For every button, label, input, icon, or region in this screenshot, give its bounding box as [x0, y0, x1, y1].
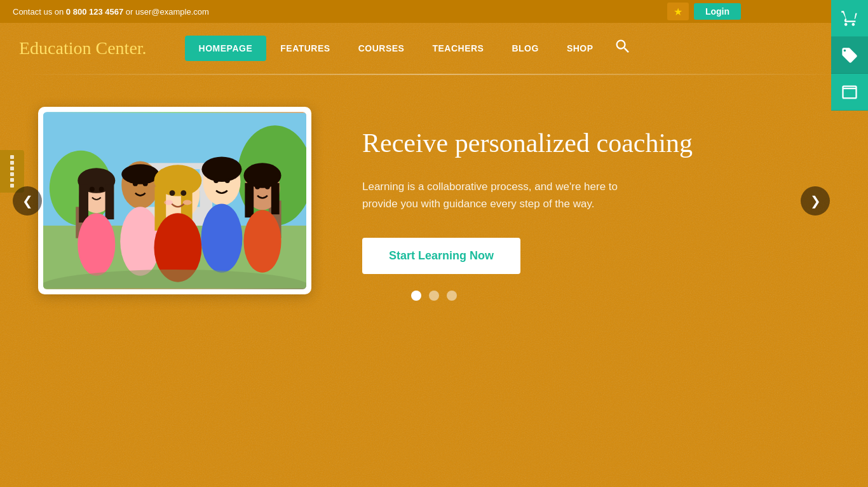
svg-point-24	[143, 181, 148, 186]
svg-point-43	[243, 210, 281, 273]
svg-point-23	[133, 181, 138, 186]
left-widget	[0, 150, 24, 193]
nav-shop[interactable]: SHOP	[553, 36, 607, 61]
svg-rect-42	[271, 183, 280, 214]
svg-point-32	[164, 200, 173, 205]
svg-rect-41	[245, 183, 254, 217]
main-nav: HOMEPAGE FEATURES COURSES TEACHERS BLOG …	[185, 36, 607, 61]
star-button[interactable]: ★	[667, 3, 689, 20]
hero-description: Learning is a collaborative process, and…	[362, 178, 648, 212]
login-button[interactable]: Login	[694, 3, 741, 20]
top-bar-actions: ★ Login	[667, 3, 741, 20]
hero-section: Receive personalized coaching Learning i…	[0, 81, 868, 320]
slide-dot-1[interactable]	[411, 291, 421, 301]
svg-rect-16	[105, 185, 114, 219]
contact-info: Contact us on 0 800 123 4567 or user@exa…	[13, 7, 209, 17]
widget-dot	[10, 184, 14, 188]
svg-point-35	[201, 157, 241, 182]
widget-dot	[10, 178, 14, 182]
header: Education Center. HOMEPAGE FEATURES COUR…	[0, 23, 868, 74]
nav-blog[interactable]: BLOG	[498, 36, 552, 61]
cart-panel-icon[interactable]	[831, 0, 868, 37]
email-link[interactable]: user@example.com	[135, 7, 209, 17]
svg-point-33	[183, 200, 192, 205]
hero-image-container	[38, 107, 311, 294]
hero-image	[43, 112, 306, 289]
people-illustration	[43, 112, 306, 289]
tag-icon	[841, 46, 858, 64]
window-icon	[841, 83, 858, 101]
cart-icon	[841, 10, 858, 27]
svg-point-30	[170, 190, 175, 196]
start-learning-button[interactable]: Start Learning Now	[362, 238, 520, 274]
search-icon[interactable]	[614, 38, 632, 59]
svg-rect-15	[79, 185, 88, 223]
svg-point-17	[78, 213, 115, 276]
svg-point-22	[120, 207, 160, 275]
slide-dot-2[interactable]	[429, 291, 439, 301]
nav-courses[interactable]: COURSES	[344, 36, 419, 61]
contact-prefix: Contact us on	[13, 7, 64, 17]
slide-dots	[411, 291, 457, 301]
window-panel-icon[interactable]	[831, 74, 868, 111]
phone-link[interactable]: 0 800 123 4567	[66, 7, 123, 17]
main-area: ❮ ❯	[0, 81, 868, 320]
top-bar: Contact us on 0 800 123 4567 or user@exa…	[0, 0, 868, 23]
tag-panel-icon[interactable]	[831, 37, 868, 74]
logo[interactable]: Education Center.	[19, 38, 147, 58]
right-panel	[831, 0, 868, 111]
header-divider	[19, 74, 849, 75]
nav-teachers[interactable]: TEACHERS	[418, 36, 498, 61]
svg-point-21	[121, 164, 159, 184]
svg-point-31	[180, 190, 186, 196]
widget-dot	[10, 155, 14, 159]
hero-text: Receive personalized coaching Learning i…	[362, 127, 830, 275]
prev-slide-button[interactable]: ❮	[13, 186, 42, 216]
svg-point-18	[90, 187, 95, 192]
nav-features[interactable]: FEATURES	[266, 36, 344, 61]
slide-dot-3[interactable]	[447, 291, 457, 301]
widget-dot	[10, 167, 14, 170]
widget-dot	[10, 172, 14, 176]
next-slide-button[interactable]: ❯	[801, 186, 830, 216]
contact-separator: or	[126, 7, 133, 17]
nav-homepage[interactable]: HOMEPAGE	[185, 36, 267, 61]
svg-point-38	[225, 178, 230, 183]
hero-headline: Receive personalized coaching	[362, 127, 830, 159]
widget-dot	[10, 161, 14, 165]
svg-point-37	[214, 178, 219, 183]
svg-point-45	[265, 184, 270, 189]
svg-point-44	[255, 184, 260, 189]
svg-point-36	[201, 203, 242, 272]
svg-point-19	[99, 187, 104, 192]
